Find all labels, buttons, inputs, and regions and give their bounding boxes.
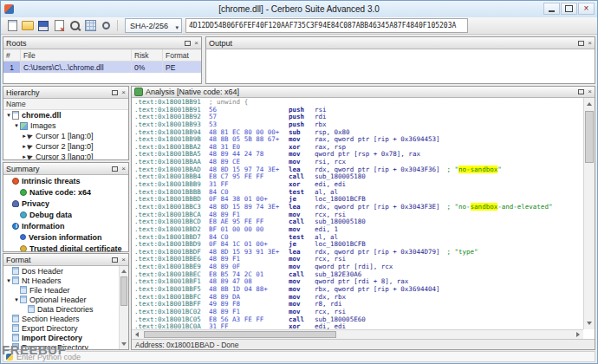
new-file-button[interactable] — [4, 19, 20, 33]
disasm-row[interactable]: .text:0x18001BB9353pushrbx — [134, 121, 583, 129]
scrollbar-thumb[interactable] — [120, 276, 127, 306]
scroll-up-icon — [587, 102, 592, 106]
analysis-horizontal-scrollbar[interactable] — [132, 329, 583, 339]
disasm-row[interactable]: .text:0x18001BBB4E8 C7 95 FE FFcallsub_1… — [134, 173, 583, 181]
roots-column-header[interactable]: File — [21, 49, 132, 61]
disasm-operands: edi, 1 — [315, 225, 338, 233]
hash-algorithm-select[interactable]: SHA-2/256 ▾ — [125, 18, 182, 33]
tree-item[interactable]: Import Directory — [3, 333, 128, 342]
tree-item[interactable]: ▾Optional Header — [3, 295, 128, 304]
hash-value-field[interactable]: 4D12DD54B06F6FEF40F120AAF735C3F94E84C087… — [185, 18, 468, 33]
panel-close-button[interactable]: × — [121, 166, 126, 172]
disasm-operands: sub_182E30A6 — [315, 270, 361, 278]
tree-item[interactable]: Native code: x64 — [3, 186, 128, 198]
disasm-row[interactable]: .text:0x18001BBD2BF 01 00 00 00movedi, 1 — [134, 226, 583, 234]
save-icon — [38, 21, 49, 31]
disasm-operands: rdx, qword ptr [rip + 0x3043F3E] — [315, 203, 440, 211]
maximize-button[interactable] — [561, 3, 577, 15]
panel-float-button[interactable] — [112, 166, 118, 172]
main-toolbar: SHA-2/256 ▾ 4D12DD54B06F6FEF40F120AAF735… — [1, 17, 597, 35]
disasm-row[interactable]: .text:0x18001BBDF48 8D 15 93 91 3E+leard… — [134, 249, 583, 257]
roots-column-header[interactable]: Risk — [132, 49, 163, 61]
disasm-comment: ; "type" — [447, 248, 478, 256]
close-file-button[interactable] — [51, 19, 67, 33]
close-file-icon — [55, 20, 64, 31]
save-button[interactable] — [36, 19, 51, 33]
panel-close-button[interactable]: × — [588, 40, 592, 47]
tree-item[interactable]: File Header — [3, 285, 128, 295]
tree-item-label: Cursor 1 [lang:0] — [36, 132, 94, 140]
analysis-icon — [134, 88, 143, 96]
panel-float-button[interactable] — [578, 41, 584, 46]
roots-column-header[interactable]: Format — [163, 49, 201, 61]
scrollbar-thumb[interactable] — [585, 111, 594, 163]
output-body[interactable] — [206, 49, 595, 83]
panel-float-button[interactable] — [578, 89, 584, 94]
tree-item[interactable]: ▸Cursor 3 [lang:0] — [3, 152, 128, 159]
minimize-button[interactable] — [543, 3, 560, 15]
format-scrollbar[interactable] — [119, 266, 128, 349]
hex-view-button[interactable] — [82, 19, 98, 33]
expander-icon[interactable]: ▾ — [5, 112, 12, 119]
panel-close-button[interactable]: × — [588, 88, 592, 95]
tree-item[interactable]: Version information — [3, 231, 128, 243]
disasm-operands: rcx, rsi — [315, 255, 346, 263]
panel-float-button[interactable] — [185, 41, 191, 46]
tree-item-label: Nt Headers — [22, 276, 62, 285]
table-row[interactable]: 1C:\Users\C\...\chrome.dll0%PE — [3, 62, 201, 73]
tree-item[interactable]: ▸Cursor 1 [lang:0] — [3, 131, 128, 141]
disasm-row[interactable]: .text:0x18001BC0A31 FFxoredi, edi — [134, 323, 583, 329]
scrollbar-thumb[interactable] — [144, 331, 336, 338]
format-panel-header: Format × — [3, 254, 128, 266]
settings-button[interactable] — [98, 19, 114, 33]
disasm-operands: sub_180005E60 — [315, 315, 366, 323]
output-panel-title: Output — [209, 39, 232, 48]
disasm-operands: loc_18001BCFB — [315, 240, 366, 248]
tree-item[interactable]: ▾Nt Headers — [3, 276, 128, 285]
panel-close-button[interactable]: × — [121, 89, 126, 96]
tree-item[interactable]: Data Directories — [3, 304, 128, 314]
disasm-row[interactable]: .text:0x18001BB91; unwind { — [134, 99, 583, 107]
tree-item[interactable]: Section Headers — [3, 314, 128, 323]
tree-item[interactable]: Trusted digital certificate — [3, 243, 128, 251]
fmt-icon — [20, 296, 27, 303]
scan-files-button[interactable] — [67, 19, 82, 33]
disasm-row[interactable]: .text:0x18001BBA548 89 44 24 78movqword … — [134, 151, 583, 159]
expander-icon[interactable]: ▾ — [13, 296, 20, 303]
disasm-row[interactable]: .text:0x18001BB9257pushrdi — [134, 114, 583, 121]
tree-item[interactable]: Privacy — [3, 198, 128, 209]
panel-close-button[interactable]: × — [194, 40, 198, 47]
tree-item[interactable]: ▾chrome.dll — [3, 110, 128, 120]
roots-column-header[interactable]: # — [3, 49, 21, 61]
tree-item[interactable]: Intrinsic threats — [3, 175, 128, 186]
disasm-row[interactable]: .text:0x18001BC05E8 56 A3 FE FFcallsub_1… — [134, 316, 583, 324]
disasm-row[interactable]: .text:0x18001BBFF49 89 F8movr8, rdi — [134, 301, 583, 309]
tree-item[interactable]: ▾Images — [3, 120, 128, 131]
disasm-listing[interactable]: .text:0x18001BB91; unwind {.text:0x18001… — [132, 98, 583, 329]
python-input[interactable] — [16, 352, 363, 361]
expander-icon[interactable]: ▾ — [13, 122, 20, 129]
disasm-row[interactable]: .text:0x18001BBB931 FFxoredi, edi — [134, 181, 583, 189]
disasm-row[interactable]: .text:0x18001BBF548 8B 1D 04 88+movrbx, … — [134, 286, 583, 294]
disasm-row[interactable]: .text:0x18001BB9156pushrsi — [134, 107, 583, 114]
disasm-row[interactable]: .text:0x18001BB9B48 8B 05 5B 88 67+movra… — [134, 136, 583, 144]
expander-icon[interactable]: ▾ — [5, 277, 12, 284]
analysis-panel-title: Analysis [Native code: x64] — [146, 88, 239, 96]
tree-item[interactable]: Export Directory — [3, 323, 128, 333]
format-tree: Dos Header▾Nt HeadersFile Header▾Optiona… — [3, 266, 128, 349]
tree-item[interactable]: Debug data — [3, 209, 128, 220]
tree-item[interactable]: Information — [3, 220, 128, 231]
analysis-vertical-scrollbar[interactable] — [583, 98, 595, 329]
disasm-row[interactable]: .text:0x18001BBC348 8D 15 89 74 3E+leard… — [134, 204, 583, 211]
disasm-row[interactable]: .text:0x18001BBCDE8 AE 95 FE FFcallsub_1… — [134, 218, 583, 226]
panel-float-button[interactable] — [112, 257, 118, 263]
tree-item-label: Native code: x64 — [29, 188, 91, 197]
tree-item[interactable]: Dos Header — [3, 266, 128, 276]
open-folder-button[interactable] — [20, 19, 36, 33]
close-button[interactable]: × — [578, 3, 595, 15]
panel-float-button[interactable] — [112, 90, 118, 95]
disasm-row[interactable]: .text:0x18001BBFC48 89 DAmovrdx, rbx — [134, 294, 583, 302]
tree-item[interactable]: ▸Cursor 2 [lang:0] — [3, 141, 128, 152]
panel-close-button[interactable]: × — [121, 257, 126, 263]
cursor-icon — [27, 143, 34, 150]
